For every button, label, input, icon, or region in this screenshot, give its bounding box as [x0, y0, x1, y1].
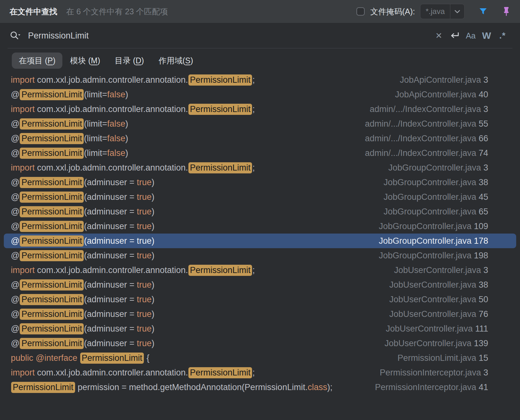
- result-row[interactable]: import com.xxl.job.admin.controller.anno…: [0, 263, 520, 277]
- result-row[interactable]: import com.xxl.job.admin.controller.anno…: [0, 365, 520, 380]
- code-segment: ;: [252, 368, 255, 378]
- code-segment: @interface: [36, 353, 80, 363]
- match-highlight: PermissionLimit: [188, 104, 252, 115]
- result-row[interactable]: PermissionLimit permission = method.getM…: [0, 380, 520, 395]
- file-reference: JobUserController.java 139: [384, 339, 488, 348]
- file-name: PermissionInterceptor.java: [375, 382, 479, 392]
- code-segment: ): [151, 178, 154, 187]
- file-name: JobGroupController.java: [383, 207, 479, 216]
- code-segment: (adminuser =: [84, 221, 137, 231]
- line-number: 3: [483, 368, 488, 377]
- search-input[interactable]: PermissionLimit: [28, 31, 89, 41]
- code-segment: @: [11, 339, 19, 348]
- code-segment: (adminuser =: [84, 339, 137, 348]
- code-segment: import: [11, 368, 37, 378]
- result-row[interactable]: import com.xxl.job.admin.controller.anno…: [0, 73, 520, 87]
- newline-icon[interactable]: [447, 30, 463, 41]
- code-segment: true: [137, 280, 152, 290]
- code-segment: true: [137, 324, 152, 334]
- line-number: 139: [474, 339, 488, 348]
- clear-search-icon[interactable]: ✕: [431, 31, 447, 41]
- code-line: @PermissionLimit(limit=false): [11, 118, 128, 130]
- result-row[interactable]: @PermissionLimit(adminuser = true)JobGro…: [0, 219, 520, 234]
- code-line: import com.xxl.job.admin.controller.anno…: [11, 367, 255, 378]
- filter-icon[interactable]: [479, 7, 488, 16]
- file-reference: JobUserController.java 111: [386, 324, 488, 334]
- scope-tab[interactable]: 目录 (D): [108, 52, 151, 69]
- result-row[interactable]: @PermissionLimit(limit=false)admin/.../I…: [0, 146, 520, 160]
- code-segment: true: [137, 207, 152, 217]
- code-segment: (adminuser =: [84, 324, 137, 334]
- result-row[interactable]: @PermissionLimit(adminuser = true)JobGro…: [0, 204, 520, 219]
- file-name: JobUserController.java: [389, 295, 479, 304]
- result-row[interactable]: import com.xxl.job.admin.controller.anno…: [0, 102, 520, 116]
- code-line: @PermissionLimit(adminuser = true): [11, 235, 154, 247]
- file-reference: JobUserController.java 76: [389, 309, 488, 319]
- search-field-row[interactable]: PermissionLimit ✕ Aa W .*: [0, 23, 520, 48]
- file-name: admin/.../IndexController.java: [365, 134, 479, 143]
- result-row[interactable]: @PermissionLimit(adminuser = true)JobGro…: [0, 248, 520, 263]
- match-highlight: PermissionLimit: [11, 382, 75, 393]
- result-row[interactable]: @PermissionLimit(adminuser = true)JobUse…: [0, 277, 520, 292]
- result-row[interactable]: @PermissionLimit(adminuser = true)JobUse…: [0, 292, 520, 307]
- file-mask-checkbox[interactable]: [356, 7, 365, 16]
- file-mask-combobox[interactable]: *.java: [420, 4, 465, 19]
- code-line: @PermissionLimit(adminuser = true): [11, 338, 154, 349]
- result-row[interactable]: @PermissionLimit(adminuser = true)JobGro…: [0, 175, 520, 190]
- code-segment: @: [11, 148, 19, 158]
- scope-tabs: 在项目 (P)模块 (M)目录 (D)作用域(S): [0, 48, 520, 73]
- match-highlight: PermissionLimit: [20, 192, 84, 203]
- code-segment: false: [107, 119, 125, 129]
- result-row[interactable]: public @interface PermissionLimit {Permi…: [0, 351, 520, 365]
- code-segment: ;: [252, 163, 255, 173]
- code-line: import com.xxl.job.admin.controller.anno…: [11, 265, 255, 276]
- file-reference: JobApiController.java 3: [400, 75, 488, 85]
- result-row[interactable]: @PermissionLimit(adminuser = true)JobGro…: [0, 190, 520, 204]
- result-row[interactable]: @PermissionLimit(limit=false)admin/.../I…: [0, 116, 520, 131]
- file-name: JobUserController.java: [394, 265, 483, 275]
- match-highlight: PermissionLimit: [188, 162, 252, 173]
- result-row[interactable]: @PermissionLimit(limit=false)JobApiContr…: [0, 87, 520, 102]
- result-row[interactable]: @PermissionLimit(adminuser = true)JobUse…: [0, 336, 520, 351]
- line-number: 111: [475, 324, 488, 333]
- line-number: 3: [483, 75, 488, 85]
- scope-tab[interactable]: 作用域(S): [151, 52, 200, 69]
- code-segment: com.xxl.job.admin.controller.annotation.: [37, 265, 188, 275]
- line-number: 40: [479, 90, 488, 99]
- code-segment: {: [144, 353, 150, 363]
- match-highlight: PermissionLimit: [20, 323, 84, 334]
- scope-tab[interactable]: 模块 (M): [63, 52, 107, 69]
- result-row[interactable]: @PermissionLimit(adminuser = true)JobUse…: [0, 307, 520, 321]
- code-line: import com.xxl.job.admin.controller.anno…: [11, 162, 255, 173]
- code-segment: ): [151, 236, 154, 246]
- search-icon[interactable]: [10, 31, 20, 41]
- match-highlight: PermissionLimit: [80, 353, 144, 364]
- result-row[interactable]: @PermissionLimit(adminuser = true)JobGro…: [4, 234, 516, 248]
- match-highlight: PermissionLimit: [20, 279, 84, 290]
- whole-words-toggle[interactable]: W: [479, 30, 495, 41]
- code-line: @PermissionLimit(limit=false): [11, 89, 128, 100]
- code-segment: true: [137, 251, 152, 261]
- code-segment: public: [11, 353, 36, 363]
- match-case-toggle[interactable]: Aa: [463, 31, 479, 40]
- code-segment: ): [151, 280, 154, 290]
- line-number: 41: [479, 382, 488, 392]
- result-row[interactable]: @PermissionLimit(adminuser = true)JobUse…: [0, 321, 520, 336]
- result-row[interactable]: @PermissionLimit(limit=false)admin/.../I…: [0, 131, 520, 146]
- regex-toggle[interactable]: .*: [495, 31, 510, 41]
- pin-icon[interactable]: [502, 6, 510, 17]
- file-mask-value[interactable]: *.java: [420, 4, 450, 19]
- file-reference: JobGroupController.java 3: [388, 163, 488, 173]
- code-segment: import: [11, 75, 37, 85]
- chevron-down-icon[interactable]: [450, 4, 464, 19]
- code-line: @PermissionLimit(adminuser = true): [11, 221, 154, 232]
- code-segment: ): [125, 134, 128, 144]
- file-reference: admin/.../IndexController.java 55: [365, 119, 488, 129]
- result-row[interactable]: import com.xxl.job.admin.controller.anno…: [0, 160, 520, 175]
- line-number: 66: [479, 134, 488, 143]
- file-name: JobUserController.java: [386, 324, 475, 333]
- scope-tab[interactable]: 在项目 (P): [12, 52, 62, 69]
- code-segment: ): [151, 324, 154, 334]
- file-reference: admin/.../IndexController.java 3: [370, 104, 488, 114]
- file-reference: JobGroupController.java 178: [379, 236, 488, 246]
